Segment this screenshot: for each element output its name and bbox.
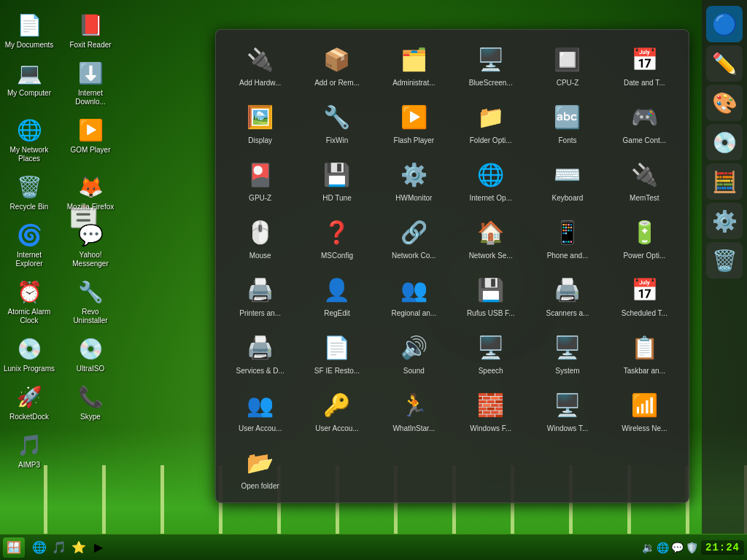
cp-item-flash-player[interactable]: ▶️ Flash Player: [377, 95, 451, 149]
icon-label-lunix-programs: Lunix Programs: [4, 365, 55, 373]
icon-label-aimp3: AIMP3: [18, 461, 40, 470]
dock-item-dock-app3[interactable]: 🎨: [706, 85, 743, 121]
cp-item-date-time[interactable]: 📅 Date and T...: [608, 37, 681, 92]
dock-item-dock-app1[interactable]: 🔵: [706, 6, 743, 42]
cp-item-windows-firewall[interactable]: 🧱 Windows F...: [454, 383, 527, 438]
taskbar-right: 🔉 🌐 💬 🛡️ 21:24: [642, 540, 744, 555]
start-button[interactable]: 🪟: [3, 537, 25, 558]
desktop-icon-mozilla-firefox[interactable]: 🦊 Mozilla Firefox: [61, 169, 120, 214]
desktop-icon-rocketdock[interactable]: 🚀 RocketDock: [0, 379, 58, 424]
desktop-icon-my-network[interactable]: 🌐 My Network Places: [0, 112, 58, 166]
cp-item-display[interactable]: 🖼️ Display: [223, 95, 297, 149]
icon-label-recycle-bin: Recycle Bin: [10, 203, 49, 211]
cp-item-scheduled-tasks[interactable]: 📅 Scheduled T...: [608, 268, 681, 322]
dock-item-dock-app6[interactable]: ⚙️: [706, 203, 743, 239]
taskbar-arrow-icon[interactable]: ▶: [90, 539, 107, 556]
cp-item-add-remove[interactable]: 📦 Add or Rem...: [300, 37, 374, 92]
cp-label-fixwin: FixWin: [326, 136, 349, 145]
cp-item-taskbar[interactable]: 📋 Taskbar an...: [608, 325, 681, 380]
desktop-icon-my-computer[interactable]: 💻 My Computer: [0, 55, 58, 109]
cp-label-windows-tools: Windows T...: [547, 424, 589, 433]
cp-label-regional: Regional an...: [391, 309, 436, 318]
desktop-icon-recycle-bin[interactable]: 🗑️ Recycle Bin: [0, 169, 58, 214]
cp-label-user-accounts2: User Accou...: [315, 424, 358, 433]
desktop-icon-internet-download[interactable]: ⬇️ Internet Downlo...: [61, 55, 120, 109]
cp-item-windows-tools[interactable]: 🖥️ Windows T...: [530, 383, 604, 438]
tray-security[interactable]: 🛡️: [686, 542, 698, 553]
taskbar-media-icon[interactable]: 🎵: [50, 539, 68, 556]
cp-icon-game-controllers: 🎮: [627, 99, 662, 134]
cp-item-speech[interactable]: 🖥️ Speech: [454, 325, 527, 380]
cp-item-services[interactable]: 🖨️ Services & D...: [223, 325, 297, 380]
cp-item-memtest[interactable]: 🔌 MemTest: [608, 152, 681, 207]
cp-item-bluescreen[interactable]: 🖥️ BlueScreen...: [454, 37, 527, 92]
cp-item-hd-tune[interactable]: 💾 HD Tune: [300, 152, 374, 207]
cp-item-rufus[interactable]: 💾 Rufus USB F...: [454, 268, 527, 322]
cp-item-gpu-z[interactable]: 🎴 GPU-Z: [223, 152, 297, 207]
dock-item-dock-app4[interactable]: 💿: [706, 124, 743, 160]
desktop-icon-skype[interactable]: 📞 Skype: [61, 379, 120, 424]
cp-item-mouse[interactable]: 🖱️ Mouse: [223, 210, 297, 265]
tray-volume[interactable]: 🔉: [642, 542, 654, 553]
icon-label-foxit-reader: Foxit Reader: [69, 41, 111, 50]
desktop-icon-yahoo-messenger[interactable]: 💬 Yahoo! Messenger: [61, 217, 120, 271]
cp-item-sf-ie-restore[interactable]: 📄 SF IE Resto...: [300, 325, 374, 380]
tray-messenger[interactable]: 💬: [671, 542, 684, 553]
cp-item-cpu-z[interactable]: 🔲 CPU-Z: [530, 37, 604, 92]
cp-item-phone-modem[interactable]: 📱 Phone and...: [530, 210, 604, 265]
cp-icon-date-time: 📅: [627, 42, 662, 77]
tray-network[interactable]: 🌐: [657, 542, 669, 553]
cp-item-internet-options[interactable]: 🌐 Internet Op...: [454, 152, 527, 207]
dock-item-dock-app5[interactable]: 🧮: [706, 163, 743, 200]
cp-label-scheduled-tasks: Scheduled T...: [622, 309, 667, 318]
cp-item-regional[interactable]: 👥 Regional an...: [377, 268, 451, 322]
desktop-icon-my-documents[interactable]: 📄 My Documents: [0, 7, 58, 52]
desktop-icon-foxit-reader[interactable]: 📕 Foxit Reader: [61, 7, 120, 52]
cp-item-sound[interactable]: 🔊 Sound: [377, 325, 451, 380]
cp-item-regedit[interactable]: 👤 RegEdit: [300, 268, 374, 322]
cp-item-user-accounts2[interactable]: 🔑 User Accou...: [300, 383, 374, 438]
cp-item-msconfig[interactable]: ❓ MSConfig: [300, 210, 374, 265]
cp-item-game-controllers[interactable]: 🎮 Game Cont...: [608, 95, 681, 149]
taskbar-ie-icon[interactable]: 🌐: [31, 539, 48, 556]
desktop-icon-internet-explorer[interactable]: 🌀 Internet Explorer: [0, 217, 58, 271]
clock[interactable]: 21:24: [701, 540, 744, 555]
cp-item-add-hardware[interactable]: 🔌 Add Hardw...: [223, 37, 297, 92]
cp-item-network-connections[interactable]: 🔗 Network Co...: [377, 210, 451, 265]
cp-item-fixwin[interactable]: 🔧 FixWin: [300, 95, 374, 149]
icon-label-revo-uninstaller: Revo Uninstaller: [64, 308, 117, 325]
cp-item-open-folder[interactable]: 📂 Open folder: [223, 440, 297, 495]
icon-img-my-documents: 📄: [15, 10, 44, 39]
cp-item-whatinstalled[interactable]: 🏃 WhatInStar...: [377, 383, 451, 438]
cp-icon-gpu-z: 🎴: [243, 157, 278, 192]
cp-item-keyboard[interactable]: ⌨️ Keyboard: [530, 152, 604, 207]
desktop-icon-lunix-programs[interactable]: 💿 Lunix Programs: [0, 331, 58, 376]
cp-icon-memtest: 🔌: [627, 157, 662, 192]
cp-icon-printers: 🖨️: [243, 272, 278, 307]
dock-item-dock-app2[interactable]: ✏️: [706, 45, 743, 82]
cp-label-printers: Printers an...: [239, 309, 281, 318]
cp-item-power-options[interactable]: 🔋 Power Opti...: [608, 210, 681, 265]
cp-item-scanners[interactable]: 🖨️ Scanners a...: [530, 268, 604, 322]
cp-item-system[interactable]: 🖥️ System: [530, 325, 604, 380]
cp-item-fonts[interactable]: 🔤 Fonts: [530, 95, 604, 149]
cp-item-wireless-network[interactable]: 📶 Wireless Ne...: [608, 383, 681, 438]
cp-item-printers[interactable]: 🖨️ Printers an...: [223, 268, 297, 322]
cp-item-hwmonitor[interactable]: ⚙️ HWMonitor: [377, 152, 451, 207]
desktop-icon-atomic-alarm[interactable]: ⏰ Atomic Alarm Clock: [0, 274, 58, 328]
dock-item-dock-app7[interactable]: 🗑️: [706, 242, 743, 279]
cp-item-network-setup[interactable]: 🏠 Network Se...: [454, 210, 527, 265]
cp-item-user-accounts1[interactable]: 👥 User Accou...: [223, 383, 297, 438]
cp-label-wireless-network: Wireless Ne...: [622, 424, 667, 433]
icon-label-atomic-alarm: Atomic Alarm Clock: [3, 308, 55, 325]
cp-item-folder-options[interactable]: 📁 Folder Opti...: [454, 95, 527, 149]
icon-img-foxit-reader: 📕: [76, 10, 105, 39]
taskbar-star-icon[interactable]: ⭐: [70, 539, 88, 556]
desktop-icon-aimp3[interactable]: 🎵 AIMP3: [0, 427, 58, 472]
desktop-icon-gom-player[interactable]: ▶️ GOM Player: [61, 112, 120, 166]
desktop-icon-revo-uninstaller[interactable]: 🔧 Revo Uninstaller: [61, 274, 120, 328]
cp-item-administrator[interactable]: 🗂️ Administrat...: [377, 37, 451, 92]
desktop-icon-ultraiso[interactable]: 💿 UltraISO: [61, 331, 120, 376]
cp-label-sf-ie-restore: SF IE Resto...: [314, 367, 360, 376]
icon-label-my-network: My Network Places: [3, 146, 55, 163]
